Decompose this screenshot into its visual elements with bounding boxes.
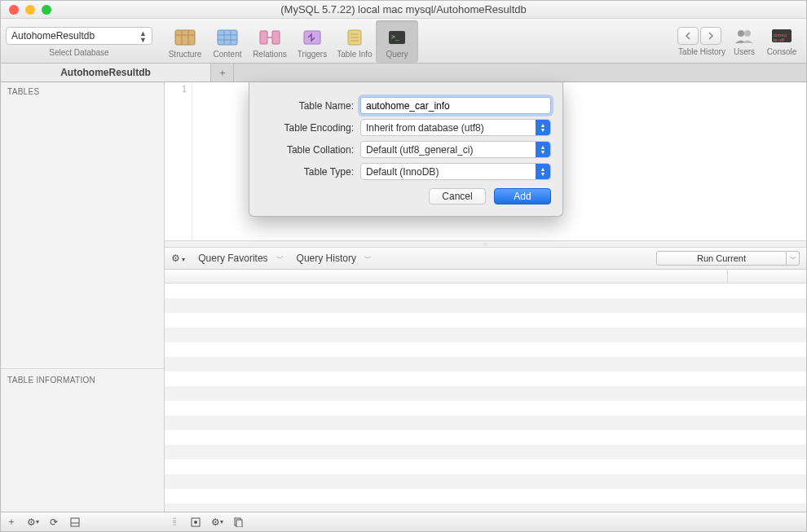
users-label: Users bbox=[734, 47, 755, 56]
relations-label: Relations bbox=[253, 50, 287, 59]
relations-icon bbox=[258, 28, 281, 47]
table-encoding-select[interactable]: Inherit from database (utf8) ▲▼ bbox=[360, 119, 551, 136]
select-caret-icon: ▲▼ bbox=[536, 142, 550, 157]
result-action-button[interactable]: ⚙︎▾ bbox=[211, 517, 223, 528]
query-favorites-label: Query Favorites bbox=[198, 253, 267, 264]
toggle-info-button[interactable] bbox=[69, 517, 81, 528]
query-favorites-menu[interactable]: Query Favorites﹀ bbox=[198, 253, 283, 264]
query-icon: >_ bbox=[386, 28, 408, 47]
close-icon[interactable] bbox=[9, 5, 19, 15]
table-action-button[interactable]: ⚙︎▾ bbox=[27, 517, 38, 528]
cancel-label: Cancel bbox=[442, 191, 472, 202]
results-header[interactable] bbox=[165, 270, 806, 284]
sidebar-info-area bbox=[1, 389, 164, 512]
query-history-label: Query History bbox=[297, 253, 356, 264]
sidebar: TABLES TABLE INFORMATION bbox=[1, 82, 165, 512]
triggers-icon bbox=[301, 28, 324, 47]
run-options-button[interactable]: ﹀ bbox=[787, 251, 800, 266]
svg-text:le off: le off bbox=[774, 37, 784, 42]
tab-active[interactable]: AutohomeResultdb bbox=[1, 64, 211, 81]
history-back-button[interactable] bbox=[677, 27, 699, 45]
popup-caret-icon: ▲▼ bbox=[139, 30, 147, 43]
relations-button[interactable]: Relations bbox=[249, 20, 291, 63]
console-icon: console off bbox=[770, 27, 793, 45]
svg-rect-23 bbox=[71, 518, 79, 526]
chevron-down-icon: ﹀ bbox=[276, 253, 284, 264]
sidebar-tables-list[interactable] bbox=[1, 101, 164, 368]
svg-rect-11 bbox=[304, 31, 320, 44]
select-caret-icon: ▲▼ bbox=[536, 120, 550, 135]
run-current-button[interactable]: Run Current bbox=[656, 251, 787, 266]
add-button[interactable]: Add bbox=[494, 188, 551, 204]
add-table-button[interactable]: ＋ bbox=[6, 517, 17, 528]
users-icon bbox=[733, 27, 756, 45]
results-area bbox=[165, 270, 806, 512]
table-name-input[interactable] bbox=[360, 97, 551, 114]
sidebar-info-header: TABLE INFORMATION bbox=[1, 368, 164, 389]
svg-rect-10 bbox=[272, 31, 280, 44]
label-table-type: Table Type: bbox=[261, 166, 360, 178]
select-caret-icon: ▲▼ bbox=[536, 164, 550, 179]
table-collation-value: Default (utf8_general_ci) bbox=[366, 144, 473, 156]
svg-point-26 bbox=[194, 521, 197, 524]
svg-text:>_: >_ bbox=[391, 33, 399, 41]
plus-icon: ＋ bbox=[218, 66, 227, 80]
app-window: (MySQL 5.7.22) local mac mysql/AutohomeR… bbox=[0, 0, 807, 532]
query-button[interactable]: >_ Query bbox=[376, 20, 418, 63]
statusbar: ＋ ⚙︎▾ ⟳ ⦙⦙ ⚙︎▾ bbox=[1, 512, 806, 531]
cancel-button[interactable]: Cancel bbox=[429, 188, 486, 204]
gear-icon: ⚙︎ bbox=[171, 253, 180, 264]
chevron-down-icon: ﹀ bbox=[364, 253, 372, 264]
maximize-icon[interactable] bbox=[42, 5, 51, 15]
svg-point-18 bbox=[738, 30, 744, 37]
table-history-group: Table History bbox=[677, 20, 726, 63]
pane-toggle-button[interactable]: ⦙⦙ bbox=[169, 517, 180, 528]
table-type-select[interactable]: Default (InnoDB) ▲▼ bbox=[360, 163, 551, 180]
gear-icon: ⚙︎ bbox=[211, 517, 220, 528]
svg-rect-4 bbox=[218, 30, 237, 45]
minimize-icon[interactable] bbox=[25, 5, 35, 15]
tableinfo-button[interactable]: Table Info bbox=[333, 20, 376, 63]
window-controls bbox=[1, 5, 51, 15]
tabstrip: AutohomeResultdb ＋ bbox=[1, 64, 806, 82]
refresh-icon: ⟳ bbox=[50, 517, 58, 528]
db-selector-group: AutohomeResultdb ▲▼ Select Database bbox=[6, 20, 152, 63]
label-table-name: Table Name: bbox=[261, 100, 360, 112]
svg-rect-0 bbox=[175, 30, 195, 45]
gear-icon: ⚙︎ bbox=[27, 517, 36, 528]
database-popup-label: Select Database bbox=[49, 48, 108, 57]
users-button[interactable]: Users bbox=[726, 20, 762, 63]
table-collation-select[interactable]: Default (utf8_general_ci) ▲▼ bbox=[360, 141, 551, 158]
window-title: (MySQL 5.7.22) local mac mysql/AutohomeR… bbox=[1, 3, 806, 15]
console-button[interactable]: console off Console bbox=[762, 20, 801, 63]
body: TABLES TABLE INFORMATION 1 ○ ⚙︎ ▾ Query … bbox=[1, 82, 806, 512]
add-label: Add bbox=[514, 191, 531, 202]
console-label: Console bbox=[767, 47, 797, 56]
svg-rect-28 bbox=[236, 520, 242, 527]
splitter-handle[interactable]: ○ bbox=[165, 241, 806, 248]
toolbar: AutohomeResultdb ▲▼ Select Database Stru… bbox=[1, 19, 806, 64]
run-current-label: Run Current bbox=[697, 253, 746, 263]
table-history-label: Table History bbox=[678, 47, 725, 56]
refresh-button[interactable]: ⟳ bbox=[48, 517, 60, 528]
editor-gutter: 1 bbox=[165, 82, 192, 240]
history-forward-button[interactable] bbox=[700, 27, 721, 45]
content-button[interactable]: Content bbox=[206, 20, 249, 63]
sidebar-tables-header: TABLES bbox=[1, 82, 164, 101]
structure-button[interactable]: Structure bbox=[164, 20, 206, 63]
database-popup[interactable]: AutohomeResultdb ▲▼ bbox=[6, 27, 152, 45]
table-type-value: Default (InnoDB) bbox=[366, 166, 439, 178]
tab-add-button[interactable]: ＋ bbox=[211, 64, 234, 81]
query-gear-button[interactable]: ⚙︎ ▾ bbox=[171, 253, 185, 264]
query-label: Query bbox=[386, 50, 408, 59]
titlebar: (MySQL 5.7.22) local mac mysql/AutohomeR… bbox=[1, 1, 806, 19]
view-mode-button[interactable] bbox=[190, 517, 201, 528]
triggers-button[interactable]: Triggers bbox=[291, 20, 333, 63]
copy-result-button[interactable] bbox=[232, 517, 244, 528]
query-history-menu[interactable]: Query History﹀ bbox=[297, 253, 372, 264]
label-table-encoding: Table Encoding: bbox=[261, 122, 360, 134]
label-table-collation: Table Collation: bbox=[261, 144, 360, 156]
structure-label: Structure bbox=[169, 50, 202, 59]
line-number: 1 bbox=[182, 84, 187, 94]
main: 1 ○ ⚙︎ ▾ Query Favorites﹀ Query History﹀… bbox=[165, 82, 806, 512]
